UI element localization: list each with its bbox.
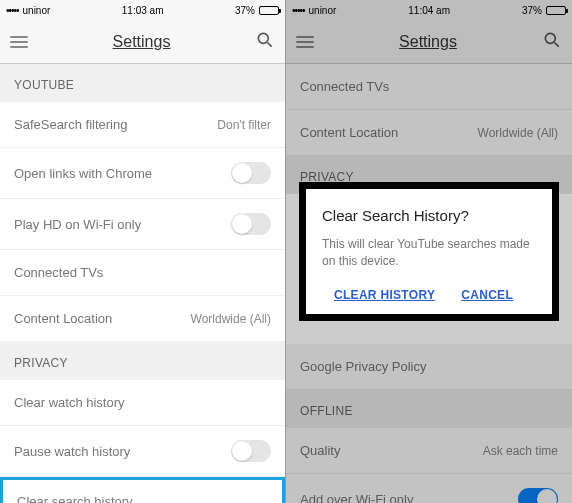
search-icon[interactable] bbox=[255, 30, 275, 54]
row-label: Open links with Chrome bbox=[14, 166, 231, 181]
menu-icon[interactable] bbox=[10, 36, 28, 48]
battery-icon bbox=[259, 6, 279, 15]
row-label: Play HD on Wi-Fi only bbox=[14, 217, 231, 232]
clock: 11:03 am bbox=[122, 5, 164, 16]
row-label: Content Location bbox=[14, 311, 191, 326]
battery-percent: 37% bbox=[235, 5, 255, 16]
row-label: Clear search history bbox=[17, 494, 268, 503]
dialog-actions: CLEAR HISTORY CANCEL bbox=[322, 288, 536, 302]
row-connected-tvs[interactable]: Connected TVs bbox=[0, 250, 285, 296]
row-content-location[interactable]: Content Location Worldwide (All) bbox=[0, 296, 285, 342]
modal-backdrop: Clear Search History? This will clear Yo… bbox=[286, 0, 572, 503]
dialog-title: Clear Search History? bbox=[322, 207, 536, 224]
section-header-privacy: PRIVACY bbox=[0, 342, 285, 380]
row-open-chrome[interactable]: Open links with Chrome bbox=[0, 148, 285, 199]
row-label: Clear watch history bbox=[14, 395, 271, 410]
row-label: Pause watch history bbox=[14, 444, 231, 459]
signal-dots-icon: ••••• bbox=[6, 5, 19, 16]
svg-point-0 bbox=[258, 33, 268, 43]
status-bar: ••••• uninor 11:03 am 37% bbox=[0, 0, 285, 20]
page-title: Settings bbox=[113, 33, 171, 51]
svg-line-1 bbox=[268, 42, 272, 46]
row-clear-watch[interactable]: Clear watch history bbox=[0, 380, 285, 426]
toggle-chrome[interactable] bbox=[231, 162, 271, 184]
toggle-pause-watch[interactable] bbox=[231, 440, 271, 462]
screenshot-right: ••••• uninor 11:04 am 37% Settings Conne… bbox=[286, 0, 572, 503]
settings-content[interactable]: YOUTUBE SafeSearch filtering Don't filte… bbox=[0, 64, 285, 503]
toggle-hd[interactable] bbox=[231, 213, 271, 235]
section-header-youtube: YOUTUBE bbox=[0, 64, 285, 102]
row-label: SafeSearch filtering bbox=[14, 117, 217, 132]
clear-history-button[interactable]: CLEAR HISTORY bbox=[334, 288, 435, 302]
row-label: Connected TVs bbox=[14, 265, 271, 280]
nav-bar: Settings bbox=[0, 20, 285, 64]
row-pause-watch[interactable]: Pause watch history bbox=[0, 426, 285, 477]
row-clear-search[interactable]: Clear search history bbox=[0, 477, 285, 503]
dialog-clear-search: Clear Search History? This will clear Yo… bbox=[299, 182, 559, 321]
carrier-label: uninor bbox=[23, 5, 51, 16]
row-safesearch[interactable]: SafeSearch filtering Don't filter bbox=[0, 102, 285, 148]
dialog-message: This will clear YouTube searches made on… bbox=[322, 236, 536, 270]
cancel-button[interactable]: CANCEL bbox=[461, 288, 513, 302]
row-value: Don't filter bbox=[217, 118, 271, 132]
screenshot-left: ••••• uninor 11:03 am 37% Settings YOUTU… bbox=[0, 0, 286, 503]
row-value: Worldwide (All) bbox=[191, 312, 271, 326]
row-hd-wifi[interactable]: Play HD on Wi-Fi only bbox=[0, 199, 285, 250]
